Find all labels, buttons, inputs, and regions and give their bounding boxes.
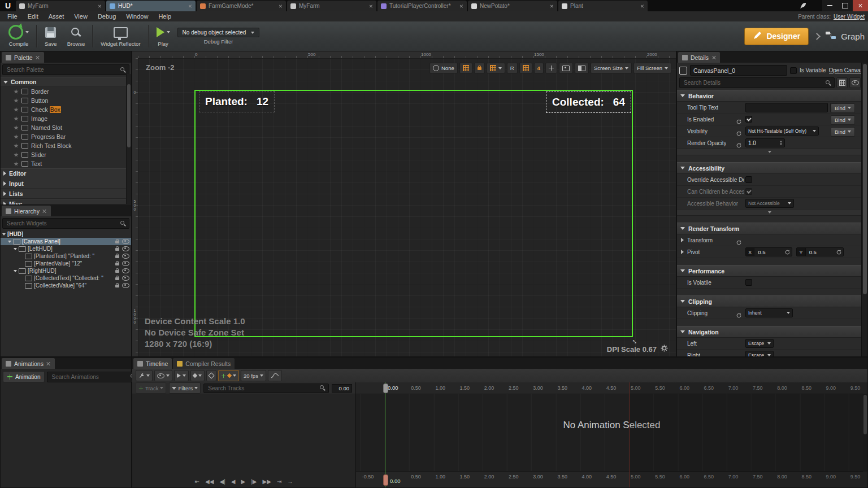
tab-timeline[interactable]: Timeline <box>133 358 172 369</box>
bind-button[interactable]: Bind <box>831 115 855 125</box>
view-options-button[interactable] <box>154 370 172 381</box>
document-tab-tutorialplayercontroller[interactable]: TutorialPlayerController* <box>377 1 467 11</box>
reset-to-default-icon[interactable] <box>736 310 741 320</box>
play-reverse-icon[interactable]: ◀ <box>231 478 236 485</box>
hierarchy-item-lefthud[interactable]: [LeftHUD] <box>1 245 131 252</box>
animations-search-input[interactable] <box>50 373 127 381</box>
step-forward-icon[interactable]: |▶ <box>251 478 257 485</box>
palette-item-rich-text-block[interactable]: Rich Text Block <box>1 141 131 150</box>
gear-icon[interactable] <box>661 345 668 354</box>
palette-item-button[interactable]: Button <box>1 96 131 105</box>
close-icon[interactable] <box>711 55 716 60</box>
flip-preview-button[interactable] <box>575 63 589 73</box>
advanced-expander[interactable] <box>677 149 862 155</box>
bind-button[interactable]: Bind <box>831 127 855 137</box>
play-options-dropdown-icon[interactable] <box>167 31 170 33</box>
document-tab-farmgamemode[interactable]: FarmGameMode* <box>197 1 286 11</box>
close-icon[interactable] <box>36 55 40 60</box>
document-tab-myfarm[interactable]: MyFarm <box>16 1 105 11</box>
hierarchy-item-plantedvalue-12[interactable]: [PlantedValue] "12" <box>1 260 131 267</box>
favorite-star-icon[interactable] <box>14 98 19 103</box>
compile-button[interactable]: Compile <box>3 23 34 49</box>
key-all-button[interactable] <box>206 370 216 381</box>
view-options-button[interactable] <box>849 77 861 88</box>
favorite-star-icon[interactable] <box>14 134 19 140</box>
playhead-handle-top[interactable] <box>383 384 388 393</box>
lock-icon[interactable] <box>115 255 119 258</box>
document-tab-newpotato[interactable]: NewPotato* <box>468 1 557 11</box>
scrollbar-thumb[interactable] <box>863 64 867 294</box>
category-header-performance[interactable]: Performance <box>677 265 862 277</box>
clipping-dropdown[interactable]: Inherit <box>745 308 793 317</box>
visibility-eye-icon[interactable] <box>122 254 129 259</box>
palette-group-lists[interactable]: Lists <box>1 189 131 199</box>
menu-window[interactable]: Window <box>121 11 153 21</box>
category-header-navigation[interactable]: Navigation <box>677 326 862 338</box>
expander-icon[interactable] <box>2 233 6 236</box>
details-scrollbar[interactable] <box>861 63 867 356</box>
palette-group-editor[interactable]: Editor <box>1 168 131 178</box>
sequencer-settings-button[interactable] <box>136 370 153 381</box>
close-icon[interactable] <box>279 4 282 7</box>
lock-icon[interactable] <box>115 277 119 280</box>
hierarchy-item-canvas-panel[interactable]: [Canvas Panel] <box>1 238 131 245</box>
advanced-expander[interactable] <box>677 210 862 216</box>
visibility-eye-icon[interactable] <box>122 283 129 288</box>
curve-editor-button[interactable] <box>268 370 282 381</box>
palette-scrollbar[interactable] <box>126 74 131 204</box>
timeline-scrollbar[interactable] <box>863 394 867 472</box>
is-enabled-checkbox[interactable] <box>745 116 752 123</box>
close-icon[interactable] <box>459 4 463 7</box>
close-icon[interactable] <box>188 4 192 7</box>
expander-icon[interactable] <box>14 248 17 250</box>
parent-class-link[interactable]: User Widget <box>834 14 865 20</box>
document-tab-plant[interactable]: Plant <box>558 1 648 11</box>
close-icon[interactable] <box>46 361 51 366</box>
playhead-handle-bottom[interactable] <box>383 474 388 486</box>
visibility-eye-icon[interactable] <box>122 276 129 281</box>
visibility-eye-icon[interactable] <box>122 239 129 244</box>
accessible-behavior-dropdown[interactable]: Not Accessible <box>745 199 794 208</box>
hierarchy-item-hud[interactable]: [HUD] <box>1 230 131 238</box>
minimize-button[interactable] <box>822 0 837 11</box>
frame-rate-dropdown[interactable]: 20 fps <box>241 370 266 381</box>
hierarchy-item-collectedvalue-64[interactable]: [CollectedValue] "64" <box>1 282 131 289</box>
safe-zone-button[interactable]: None <box>429 63 458 73</box>
pivot-x-field[interactable]: X0.5 <box>745 247 792 256</box>
filters-button[interactable]: Filters <box>169 382 201 394</box>
reset-to-default-icon[interactable] <box>836 250 843 255</box>
tab-palette[interactable]: Palette <box>2 52 44 63</box>
palette-item-slider[interactable]: Slider <box>1 150 131 159</box>
canvas-panel-outline[interactable]: Planted: 12 Collected: 64 <box>194 90 633 337</box>
palette-group-common[interactable]: Common <box>1 77 131 87</box>
hierarchy-search-input[interactable] <box>6 220 117 227</box>
grid-snap-toggle[interactable] <box>459 63 472 73</box>
current-time-field[interactable]: 0.00 <box>332 384 352 393</box>
compile-dropdown-icon[interactable] <box>25 31 29 33</box>
add-animation-button[interactable]: Animation <box>3 371 45 382</box>
expander-icon[interactable] <box>681 238 684 242</box>
screenshot-button[interactable] <box>559 63 573 73</box>
graph-mode-button[interactable]: Graph <box>825 31 865 41</box>
tab-compiler-results[interactable]: Compiler Results <box>173 358 235 369</box>
close-icon[interactable] <box>640 4 644 7</box>
step-back-icon[interactable]: ◀| <box>220 478 225 485</box>
lock-icon[interactable] <box>115 263 119 265</box>
favorite-star-icon[interactable] <box>14 116 19 121</box>
close-icon[interactable] <box>550 4 553 7</box>
open-canvas-panel-link[interactable]: Open CanvasPanel <box>829 67 865 73</box>
lock-icon[interactable] <box>115 241 119 243</box>
expander-icon[interactable] <box>14 270 17 272</box>
widget-reflector-button[interactable]: Widget Reflector <box>96 23 145 49</box>
menu-file[interactable]: File <box>2 11 23 21</box>
rotation-snap-button[interactable]: R <box>507 63 518 73</box>
visibility-dropdown[interactable]: Not Hit-Testable (Self Only) <box>745 127 819 136</box>
playback-options-button[interactable] <box>174 370 189 381</box>
details-search-input[interactable] <box>683 79 822 86</box>
favorite-star-icon[interactable] <box>14 162 19 167</box>
reset-to-default-icon[interactable] <box>736 140 741 150</box>
grid-size-dropdown[interactable] <box>487 63 505 73</box>
fill-screen-dropdown[interactable]: Fill Screen <box>633 63 671 73</box>
grid-size-value-button[interactable]: 4 <box>534 63 544 73</box>
playback-end-marker[interactable] <box>629 382 630 487</box>
